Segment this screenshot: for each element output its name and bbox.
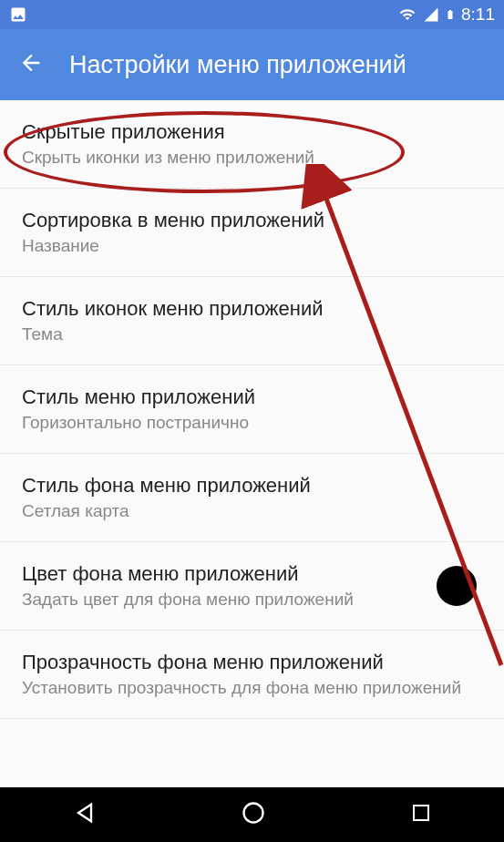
setting-sort[interactable]: Сортировка в меню приложений Название xyxy=(0,189,504,277)
setting-title: Сортировка в меню приложений xyxy=(22,209,482,232)
status-bar: 8:11 xyxy=(0,0,504,29)
nav-home-button[interactable] xyxy=(241,800,266,829)
setting-subtitle: Сетлая карта xyxy=(22,501,482,521)
setting-title: Скрытые приложения xyxy=(22,120,482,144)
setting-subtitle: Горизонтально постранично xyxy=(22,413,482,433)
setting-subtitle: Установить прозрачность для фона меню пр… xyxy=(22,678,482,698)
back-button[interactable] xyxy=(18,50,44,79)
color-swatch[interactable] xyxy=(437,566,477,606)
setting-subtitle: Задать цвет для фона меню приложений xyxy=(22,590,482,610)
setting-title: Прозрачность фона меню приложений xyxy=(22,651,482,674)
page-title: Настройки меню приложений xyxy=(69,51,406,79)
image-icon xyxy=(9,5,27,24)
settings-list: Скрытые приложения Скрыть иконки из меню… xyxy=(0,100,504,719)
signal-icon xyxy=(423,6,439,23)
navigation-bar xyxy=(0,787,504,842)
status-time: 8:11 xyxy=(461,5,495,25)
setting-bg-style[interactable]: Стиль фона меню приложений Сетлая карта xyxy=(0,454,504,542)
setting-hidden-apps[interactable]: Скрытые приложения Скрыть иконки из меню… xyxy=(0,100,504,189)
nav-recent-button[interactable] xyxy=(410,802,432,827)
setting-title: Цвет фона меню приложений xyxy=(22,562,482,586)
battery-icon xyxy=(445,5,456,24)
setting-subtitle: Название xyxy=(22,236,482,256)
setting-bg-transparency[interactable]: Прозрачность фона меню приложений Устано… xyxy=(0,631,504,719)
setting-subtitle: Скрыть иконки из меню приложений xyxy=(22,148,482,168)
app-bar: Настройки меню приложений xyxy=(0,29,504,100)
setting-icon-style[interactable]: Стиль иконок меню приложений Тема xyxy=(0,277,504,365)
setting-menu-style[interactable]: Стиль меню приложений Горизонтально пост… xyxy=(0,365,504,454)
setting-title: Стиль меню приложений xyxy=(22,385,482,409)
svg-point-1 xyxy=(244,804,263,823)
wifi-icon xyxy=(397,6,417,23)
nav-back-button[interactable] xyxy=(72,800,98,829)
setting-bg-color[interactable]: Цвет фона меню приложений Задать цвет дл… xyxy=(0,542,504,631)
setting-title: Стиль фона меню приложений xyxy=(22,474,482,498)
setting-subtitle: Тема xyxy=(22,324,482,344)
setting-title: Стиль иконок меню приложений xyxy=(22,297,482,321)
svg-rect-2 xyxy=(414,806,428,820)
